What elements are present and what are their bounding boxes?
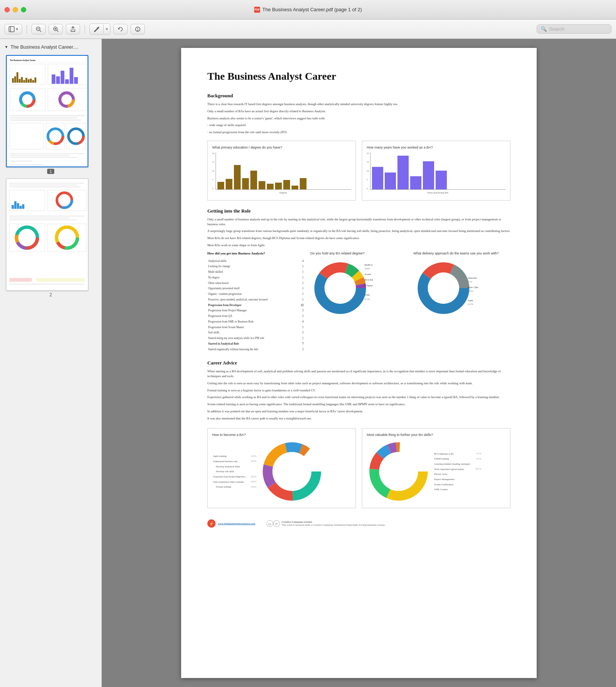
how-list-title: How did you get into Business Analysis?	[207, 251, 304, 255]
pen-chevron-button[interactable]: ▾	[103, 25, 110, 33]
how-list-table: Analytical skills4 Looking for change1 M…	[207, 258, 304, 353]
pdf-page: The Business Analyst Career Background T…	[181, 48, 537, 678]
svg-rect-64	[9, 186, 80, 187]
svg-text:©: ©	[275, 522, 278, 526]
svg-text:Both / Mix: Both / Mix	[468, 286, 479, 288]
svg-rect-61	[10, 164, 43, 165]
svg-rect-57	[10, 153, 85, 154]
svg-rect-70	[22, 204, 24, 209]
career-heading: Career Advice	[207, 360, 510, 366]
chart-4-title: What delivery approach do the teams use …	[414, 251, 510, 255]
svg-rect-90	[36, 278, 85, 282]
page-1-number: 1	[6, 169, 95, 174]
chart-2-y-axis: 20 15 10 5 0	[367, 152, 370, 190]
search-icon: 🔍	[541, 26, 547, 32]
svg-rect-31	[61, 71, 64, 84]
footer: ⚡ www.thedigitalbusinessanalyst.com cc ©…	[207, 519, 510, 528]
page-2-number: 2	[6, 292, 95, 297]
sidebar-expand-icon: ▼	[4, 45, 8, 49]
separator-1	[27, 25, 27, 34]
svg-point-43	[63, 96, 70, 103]
svg-line-6	[57, 30, 59, 32]
cc-badge: cc © Creative Commons License This work …	[266, 520, 385, 527]
svg-point-83	[21, 231, 33, 244]
svg-rect-75	[9, 216, 84, 217]
career-text-2: Getting into the role is seen as most ea…	[207, 381, 510, 386]
svg-rect-0	[9, 27, 14, 32]
svg-rect-91	[9, 284, 84, 285]
svg-rect-20	[19, 79, 21, 83]
sidebar-header[interactable]: ▼ The Business Analyst Career....	[0, 42, 101, 52]
chart-ba-degree: Do you hold any BA related degree?	[310, 251, 407, 353]
bottom-charts-row: How to become a BA? Agile training12.0% …	[207, 428, 510, 508]
footer-cc-text: This work is licensed under a Creative C…	[281, 523, 385, 526]
chart-2-xlabel: Years practicing BA	[370, 191, 506, 194]
svg-line-3	[40, 30, 42, 32]
chart-valuable: Most valuable thing to further your BA s…	[362, 428, 510, 508]
svg-point-129	[379, 452, 418, 491]
share-button[interactable]	[66, 24, 80, 34]
sidebar: ▼ The Business Analyst Career.... The Bu…	[0, 39, 102, 687]
getting-text-2: A surprisingly large group transitions f…	[207, 229, 510, 233]
svg-rect-27	[34, 77, 36, 83]
close-button[interactable]	[4, 7, 10, 12]
annotate-button[interactable]	[131, 24, 145, 34]
svg-rect-66	[12, 205, 14, 209]
svg-rect-23	[25, 78, 27, 83]
page-1-thumbnail[interactable]: The Business Analyst Career	[6, 55, 95, 174]
pen-button[interactable]	[90, 24, 103, 34]
background-text-4: - wide range of skills required	[207, 123, 510, 128]
svg-rect-69	[19, 206, 22, 209]
svg-text:None: None	[365, 293, 370, 296]
background-text-5: - no formal progression from the role un…	[207, 130, 510, 135]
page-2-thumbnail[interactable]: 2	[6, 178, 95, 297]
svg-text:BCS BA: BCS BA	[365, 278, 373, 281]
svg-rect-67	[14, 201, 16, 209]
svg-rect-22	[23, 80, 25, 83]
chart-delivery: What delivery approach do the teams use …	[414, 251, 510, 353]
minimize-button[interactable]	[13, 7, 18, 12]
chart-1-xlabel: Degree	[216, 191, 351, 194]
svg-rect-21	[21, 77, 23, 83]
career-text-3: Formal training is seen as a hygiene fac…	[207, 388, 510, 393]
zoom-out-button[interactable]	[31, 24, 46, 34]
getting-text-4: Most BAs work in some shape or form Agil…	[207, 243, 510, 248]
zoom-in-button[interactable]	[49, 24, 63, 34]
search-input[interactable]	[549, 26, 605, 32]
svg-rect-60	[10, 161, 32, 162]
svg-rect-77	[9, 219, 77, 220]
svg-rect-76	[9, 217, 69, 219]
svg-rect-58	[10, 155, 70, 156]
svg-text:10.8%: 10.8%	[365, 268, 370, 270]
sidebar-toggle-button[interactable]: ▾	[4, 24, 22, 34]
svg-text:BABCS: BABCS	[365, 263, 373, 266]
chart-education: What primary education / degree do you h…	[207, 141, 356, 201]
svg-rect-47	[10, 123, 43, 149]
svg-point-88	[61, 231, 73, 244]
footer-url[interactable]: www.thedigitalbusinessanalyst.com	[218, 522, 255, 525]
background-text-1: There is a clear bias towards IT based f…	[207, 102, 510, 107]
chart-1-title: What primary education / degree do you h…	[212, 146, 351, 149]
background-charts-row: What primary education / degree do you h…	[207, 141, 510, 201]
svg-point-74	[60, 196, 69, 205]
svg-rect-29	[52, 74, 55, 84]
svg-text:30.8%: 30.8%	[468, 290, 473, 292]
toolbar: ▾ ▾	[0, 19, 616, 39]
svg-point-13	[137, 30, 138, 31]
svg-rect-19	[16, 72, 18, 83]
background-text-3: Business analysis also seems to be a sen…	[207, 116, 510, 121]
svg-text:6 Sigma: 6 Sigma	[365, 284, 373, 287]
maximize-button[interactable]	[21, 7, 26, 12]
thumbnail-container: The Business Analyst Career	[0, 52, 101, 305]
getting-heading: Getting into the Role	[207, 208, 510, 214]
chart-1-bars	[216, 152, 351, 190]
traffic-lights	[4, 7, 26, 12]
chart-2-title: How many years have you worked as a BA?	[367, 146, 506, 149]
getting-text-3: Most BAs do not have BA related degrees,…	[207, 236, 510, 241]
career-text-6: In addition it was pointed out that an o…	[207, 409, 510, 414]
svg-rect-17	[12, 78, 14, 83]
chart-3-title: Do you hold any BA related degree?	[310, 251, 407, 255]
background-heading: Background	[207, 93, 510, 99]
rotate-button[interactable]	[113, 24, 128, 34]
chart-2-bars	[370, 152, 506, 190]
